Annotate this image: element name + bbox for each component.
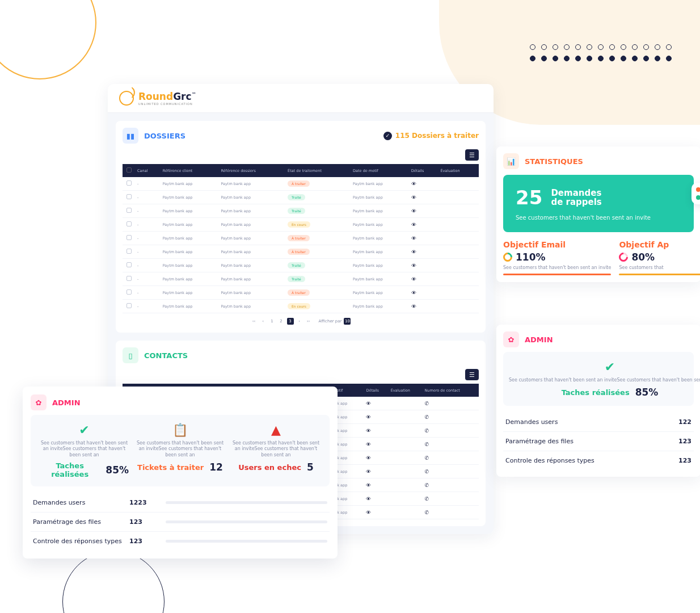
eye-icon: 👁 <box>366 455 371 461</box>
eye-icon: 👁 <box>411 276 416 282</box>
eye-icon: 👁 <box>411 222 416 228</box>
callback-count: 25 <box>516 186 542 209</box>
phone-icon: ✆ <box>424 428 429 434</box>
decor-dots <box>530 44 672 61</box>
table-row[interactable]: -Paytm bank appPaytm bank appTraitéPaytm… <box>123 259 479 272</box>
callback-card[interactable]: 25 Demandesde rappels See customers that… <box>503 175 694 232</box>
list-item[interactable]: Demandes users122 <box>503 413 694 431</box>
eye-icon: 👁 <box>411 304 416 309</box>
eye-icon: 👁 <box>366 510 371 515</box>
app-header: RoundGrc™ UNLIMITED COMMUNICATION <box>108 84 494 113</box>
contacts-icon: ▯ <box>123 347 138 363</box>
table-row[interactable]: -Paytm bank appPaytm bank appTraitéPaytm… <box>123 272 479 286</box>
decor-arc-orange <box>0 0 96 79</box>
filter-button[interactable]: ☰ <box>465 369 479 380</box>
eye-icon: 👁 <box>366 496 371 502</box>
phone-icon: ✆ <box>424 482 429 488</box>
eye-icon: 👁 <box>411 208 416 214</box>
eye-icon: 👁 <box>366 469 371 475</box>
admin-title: ADMIN <box>52 398 81 407</box>
pager[interactable]: ‹‹‹123››› Afficher par 10 <box>123 313 479 326</box>
table-row[interactable]: -Paytm bank appPaytm bank appÀ traiterPa… <box>123 245 479 259</box>
list-item[interactable]: Demandes users1223 <box>31 493 330 512</box>
kpi-failed: ▲ See customers that haven't been sent a… <box>228 423 324 478</box>
eye-icon: 👁 <box>366 401 371 406</box>
dossiers-table: CanalRéférence clientRéférence dossiersÉ… <box>123 164 479 313</box>
phone-icon: ✆ <box>424 496 429 502</box>
folder-icon: ▮▮ <box>123 128 138 144</box>
eye-icon: 👁 <box>366 414 371 420</box>
objective-app[interactable]: Objectif Ap 80% See customers that <box>619 240 700 275</box>
kpi-tasks: ✔ See customers that haven't been sent a… <box>36 423 132 478</box>
objective-email[interactable]: Objectif Email 110% See customers that h… <box>503 240 611 275</box>
check-icon: ✔ <box>40 423 129 437</box>
logo-icon <box>119 91 134 106</box>
table-row[interactable]: -Paytm bank appPaytm bank appÀ traiterPa… <box>123 286 479 300</box>
phone-icon: ✆ <box>424 442 429 447</box>
warning-icon: ▲ <box>231 423 321 437</box>
stats-panel: 📊STATISTIQUES 25 Demandesde rappels See … <box>496 146 700 282</box>
dossiers-title: DOSSIERS <box>144 132 185 140</box>
shield-icon: ✿ <box>31 394 47 410</box>
phone-icon: ✆ <box>424 401 429 406</box>
contacts-title: CONTACTS <box>144 351 188 360</box>
table-row[interactable]: -Paytm bank appPaytm bank appEn coursPay… <box>123 300 479 313</box>
logo-tagline: UNLIMITED COMMUNICATION <box>138 102 196 106</box>
table-row[interactable]: -Paytm bank appPaytm bank appTraitéPaytm… <box>123 191 479 204</box>
admin-title: ADMIN <box>525 335 553 344</box>
list-item[interactable]: Controle des réponses types123 <box>503 451 694 470</box>
eye-icon: 👁 <box>366 442 371 447</box>
phone-icon: ✆ <box>424 455 429 461</box>
phone-icon: ✆ <box>424 414 429 420</box>
gauge-icon <box>617 251 630 264</box>
eye-icon: 👁 <box>366 482 371 488</box>
chart-icon: 📊 <box>503 153 519 169</box>
logo-text: RoundGrc™ <box>138 91 196 102</box>
dossiers-count: ✓115 Dossiers à traiter <box>383 132 479 140</box>
list-item[interactable]: Paramétrage des files123 <box>31 512 330 531</box>
stats-title: STATISTIQUES <box>525 157 583 166</box>
phone-icon: ✆ <box>424 469 429 475</box>
table-row[interactable]: -Paytm bank appPaytm bank appÀ traiterPa… <box>123 177 479 191</box>
list-item[interactable]: Controle des réponses types123 <box>31 531 330 551</box>
check-icon: ✔ <box>509 360 700 374</box>
list-item[interactable]: Paramétrage des files123 <box>503 431 694 451</box>
clipboard-icon: 📋 <box>136 423 225 437</box>
dossiers-panel: ▮▮DOSSIERS ✓115 Dossiers à traiter ☰ Can… <box>116 121 486 333</box>
admin-panel-float: ✿ADMIN ✔ See customers that haven't been… <box>23 387 338 559</box>
eye-icon: 👁 <box>411 290 416 296</box>
kpi-tasks: ✔ See customers that haven't been sent a… <box>509 360 700 398</box>
kpi-tickets: 📋 See customers that haven't been sent a… <box>132 423 228 478</box>
phone-icon: ✆ <box>424 510 429 515</box>
table-row[interactable]: -Paytm bank appPaytm bank appÀ traiterPa… <box>123 232 479 245</box>
table-row[interactable]: -Paytm bank appPaytm bank appTraitéPaytm… <box>123 204 479 218</box>
admin-panel-right: ✿ADMIN ✔ See customers that haven't been… <box>496 325 700 477</box>
eye-icon: 👁 <box>411 236 416 241</box>
eye-icon: 👁 <box>366 428 371 434</box>
check-circle-icon: ✓ <box>383 132 392 140</box>
decor-arc-navy <box>62 551 165 613</box>
gauge-icon <box>501 251 515 264</box>
legend-popover: — — <box>691 183 700 204</box>
eye-icon: 👁 <box>411 263 416 268</box>
eye-icon: 👁 <box>411 195 416 200</box>
eye-icon: 👁 <box>411 249 416 255</box>
table-row[interactable]: -Paytm bank appPaytm bank appEn coursPay… <box>123 218 479 232</box>
filter-button[interactable]: ☰ <box>465 149 479 161</box>
eye-icon: 👁 <box>411 181 416 187</box>
callback-sub: See customers that haven't been sent an … <box>516 215 681 221</box>
shield-icon: ✿ <box>503 331 519 347</box>
